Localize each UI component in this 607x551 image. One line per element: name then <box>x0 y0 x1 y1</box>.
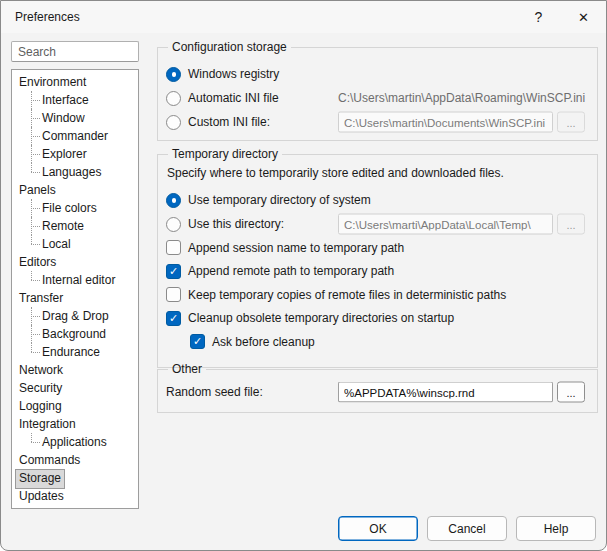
preferences-tree[interactable]: Environment Interface Window Commander E… <box>11 69 139 509</box>
checkbox-icon[interactable]: ✓ <box>190 334 205 349</box>
checkbox-row-ask-before-cleanup[interactable]: ✓ Ask before cleanup <box>166 330 589 354</box>
sidebar-item-window[interactable]: Window <box>28 109 138 127</box>
title-bar-buttons: ? ✕ <box>516 1 606 33</box>
radio-row-windows-registry[interactable]: Windows registry <box>166 62 589 86</box>
group-configuration-storage: Configuration storage Windows registry A… <box>157 40 598 141</box>
temp-directory-description: Specify where to temporarily store edite… <box>167 166 589 180</box>
sidebar-item-interface[interactable]: Interface <box>28 91 138 109</box>
checkbox-row-append-remote-path-to-temporary-path[interactable]: ✓ Append remote path to temporary path <box>166 260 589 284</box>
sidebar-item-commander[interactable]: Commander <box>28 127 138 145</box>
sidebar-item-integration[interactable]: Integration <box>16 415 138 433</box>
sidebar-item-remote[interactable]: Remote <box>28 217 138 235</box>
sidebar-subitem-label: Drag & Drop <box>42 309 109 323</box>
tree-children: Drag & Drop Background Endurance <box>16 307 138 361</box>
sidebar-item-label: Security <box>16 380 65 398</box>
random-seed-path-col: ... <box>338 382 585 403</box>
sidebar-subitem-label: Background <box>42 327 106 341</box>
sidebar-subitem-label: Applications <box>42 435 107 449</box>
group-temporary-directory: Temporary directory Specify where to tem… <box>157 147 598 368</box>
sidebar-item-transfer[interactable]: Transfer <box>16 289 138 307</box>
checkbox-label: Cleanup obsolete temporary directories o… <box>188 311 454 325</box>
sidebar-item-label: Panels <box>16 182 59 200</box>
sidebar-item-background[interactable]: Background <box>28 325 138 343</box>
sidebar-subitem-label: Languages <box>42 165 101 179</box>
sidebar-item-editors[interactable]: Editors <box>16 253 138 271</box>
close-icon[interactable]: ✕ <box>561 1 606 33</box>
tree-group: Panels File colors Remote Local <box>16 181 138 253</box>
radio-icon[interactable] <box>166 67 181 82</box>
checkbox-label: Append session name to temporary path <box>188 241 404 255</box>
sidebar-item-label: Integration <box>16 416 79 434</box>
tree-children: Applications <box>16 433 138 451</box>
ok-button[interactable]: OK <box>338 516 418 541</box>
sidebar-subitem-label: Endurance <box>42 345 100 359</box>
checkbox-row-keep-temporary-copies-of-remote-files-in-deterministic-paths[interactable]: Keep temporary copies of remote files in… <box>166 283 589 307</box>
tree-group: Environment Interface Window Commander E… <box>16 73 138 181</box>
sidebar-item-network[interactable]: Network <box>16 361 138 379</box>
checkbox-row-cleanup-obsolete-temporary-directories-on-startup[interactable]: ✓ Cleanup obsolete temporary directories… <box>166 307 589 331</box>
radio-row-use-system-temp[interactable]: Use temporary directory of system <box>166 188 589 212</box>
help-button[interactable]: Help <box>516 516 596 541</box>
dialog-title: Preferences <box>15 10 80 24</box>
footer-buttons: OK Cancel Help <box>338 516 596 541</box>
browse-button[interactable]: ... <box>557 382 585 403</box>
sidebar-item-updates[interactable]: Updates <box>16 487 138 505</box>
sidebar-item-drag-drop[interactable]: Drag & Drop <box>28 307 138 325</box>
radio-icon[interactable] <box>166 91 181 106</box>
sidebar-subitem-label: Remote <box>42 219 84 233</box>
checkbox-row-append-session-name-to-temporary-path[interactable]: Append session name to temporary path <box>166 236 589 260</box>
sidebar-subitem-label: Window <box>42 111 85 125</box>
checkbox-icon[interactable] <box>166 287 181 302</box>
checkbox-icon[interactable] <box>166 240 181 255</box>
help-icon[interactable]: ? <box>516 1 561 33</box>
preferences-dialog: Preferences ? ✕ Environment Interface Wi… <box>0 0 607 551</box>
radio-icon[interactable] <box>166 193 181 208</box>
title-bar: Preferences ? ✕ <box>1 1 606 33</box>
sidebar-item-storage[interactable]: Storage <box>16 469 138 487</box>
sidebar-item-commands[interactable]: Commands <box>16 451 138 469</box>
cancel-button[interactable]: Cancel <box>427 516 507 541</box>
temp-directory-input[interactable] <box>338 214 553 235</box>
sidebar-item-panels[interactable]: Panels <box>16 181 138 199</box>
tree-group: Editors Internal editor <box>16 253 138 289</box>
radio-icon[interactable] <box>166 217 181 232</box>
checkbox-icon[interactable]: ✓ <box>166 264 181 279</box>
tree-group: Storage <box>16 469 138 487</box>
automatic-ini-path: C:\Users\martin\AppData\Roaming\WinSCP.i… <box>338 91 585 105</box>
tree-children: File colors Remote Local <box>16 199 138 253</box>
sidebar-item-label: Logging <box>16 398 65 416</box>
sidebar-item-applications[interactable]: Applications <box>28 433 138 451</box>
sidebar-subitem-label: File colors <box>42 201 97 215</box>
sidebar-item-languages[interactable]: Languages <box>28 163 138 181</box>
sidebar-item-environment[interactable]: Environment <box>16 73 138 91</box>
sidebar-item-label: Commands <box>16 452 83 470</box>
radio-icon[interactable] <box>166 115 181 130</box>
temp-checkbox-list: Append session name to temporary path ✓ … <box>166 236 589 354</box>
checkbox-label: Ask before cleanup <box>212 335 315 349</box>
browse-button[interactable]: ... <box>557 112 585 133</box>
custom-ini-file-input[interactable] <box>338 112 553 133</box>
radio-row-use-this-directory[interactable]: Use this directory: ... <box>166 212 589 236</box>
sidebar-item-logging[interactable]: Logging <box>16 397 138 415</box>
random-seed-file-input[interactable] <box>338 382 553 403</box>
sidebar-item-label: Updates <box>16 488 67 506</box>
sidebar-item-label: Transfer <box>16 290 66 308</box>
search-input[interactable] <box>11 41 139 62</box>
random-seed-row: Random seed file: ... <box>166 380 589 404</box>
sidebar-item-local[interactable]: Local <box>28 235 138 253</box>
tree-children: Interface Window Commander Explorer Lang… <box>16 91 138 181</box>
sidebar-item-file-colors[interactable]: File colors <box>28 199 138 217</box>
radio-row-custom-ini-file[interactable]: Custom INI file: ... <box>166 110 589 134</box>
radio-row-automatic-ini-file[interactable]: Automatic INI file C:\Users\martin\AppDa… <box>166 86 589 110</box>
sidebar-item-internal-editor[interactable]: Internal editor <box>28 271 138 289</box>
sidebar-item-endurance[interactable]: Endurance <box>28 343 138 361</box>
checkbox-icon[interactable]: ✓ <box>166 311 181 326</box>
radio-label: Custom INI file: <box>188 115 270 129</box>
sidebar-item-explorer[interactable]: Explorer <box>28 145 138 163</box>
sidebar-item-security[interactable]: Security <box>16 379 138 397</box>
checkbox-label: Append remote path to temporary path <box>188 264 394 278</box>
group-title: Other <box>168 362 206 376</box>
random-seed-label: Random seed file: <box>166 385 263 399</box>
radio-label: Windows registry <box>188 67 279 81</box>
browse-button[interactable]: ... <box>557 214 585 235</box>
